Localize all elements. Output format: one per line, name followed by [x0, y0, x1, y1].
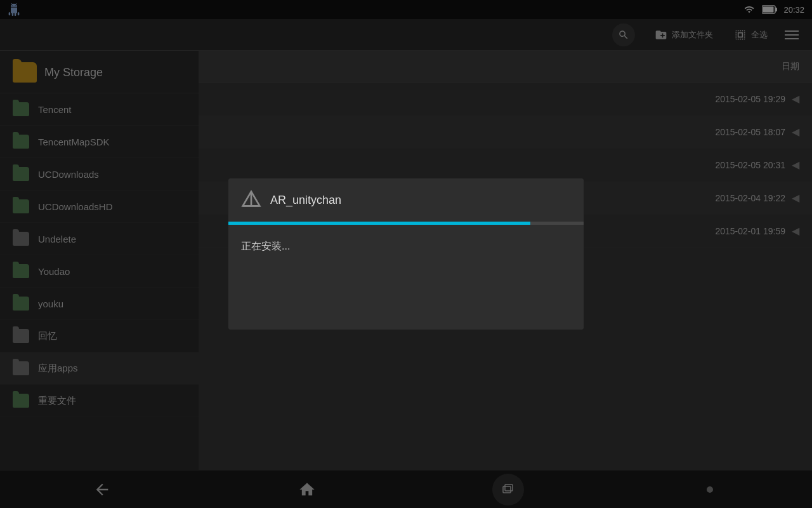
dialog-app-name: AR_unitychan [270, 194, 341, 207]
install-dialog: AR_unitychan 正在安装... [228, 178, 584, 330]
dialog-body: 正在安装... [228, 225, 584, 330]
dialog-progress-fill [228, 222, 530, 225]
install-dialog-overlay: AR_unitychan 正在安装... [0, 0, 812, 508]
dialog-header: AR_unitychan [228, 178, 584, 222]
unity-icon [241, 190, 261, 210]
dialog-progress-bar [228, 222, 584, 225]
dialog-status-text: 正在安装... [241, 241, 290, 251]
